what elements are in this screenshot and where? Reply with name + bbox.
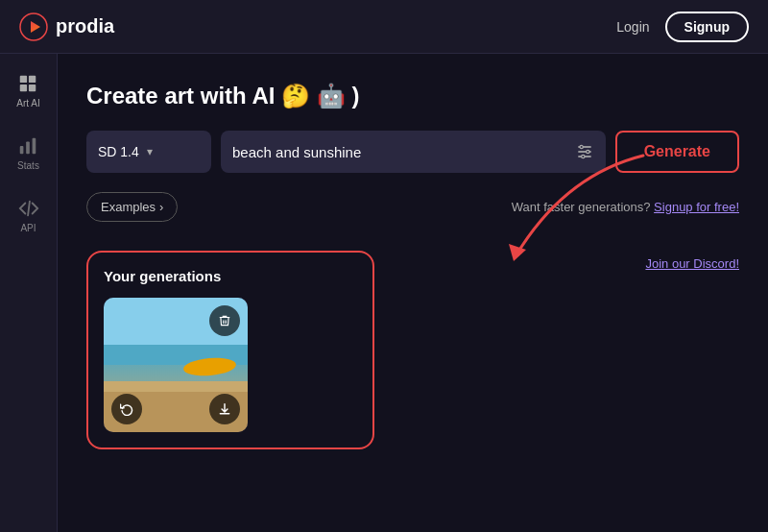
trash-icon — [218, 314, 231, 327]
header: prodia Login Signup — [0, 0, 768, 54]
examples-button[interactable]: Examples › — [86, 192, 178, 222]
model-selector[interactable]: SD 1.4 ▾ — [86, 131, 211, 173]
sidebar-art-ai-label: Art AI — [16, 98, 39, 109]
card-overlay-top — [209, 305, 240, 336]
api-icon — [18, 198, 39, 219]
logo-area: prodia — [19, 12, 114, 41]
login-button[interactable]: Login — [616, 19, 649, 35]
sidebar-item-art-ai[interactable]: Art AI — [16, 73, 39, 109]
main-layout: Art AI Stats API Create art with AI 🤔 🤖 … — [0, 54, 768, 532]
stats-icon — [17, 135, 38, 157]
svg-rect-3 — [29, 76, 36, 83]
chevron-right-icon: › — [159, 200, 163, 214]
download-icon — [218, 402, 231, 416]
page-title: Create art with AI 🤔 🤖 ) — [86, 83, 739, 109]
image-card — [104, 298, 248, 432]
arrow-graphic — [490, 136, 682, 280]
download-button[interactable] — [209, 394, 240, 424]
sidebar-stats-label: Stats — [17, 160, 39, 171]
content-area: Create art with AI 🤔 🤖 ) SD 1.4 ▾ — [58, 54, 768, 532]
generations-box: Your generations — [86, 251, 374, 449]
card-overlay-bottom — [104, 394, 248, 424]
svg-line-9 — [28, 202, 30, 216]
model-select-label: SD 1.4 — [98, 144, 139, 159]
chevron-down-icon: ▾ — [147, 145, 153, 158]
sidebar-item-stats[interactable]: Stats — [17, 135, 39, 171]
generations-title: Your generations — [104, 268, 357, 284]
svg-rect-4 — [20, 85, 27, 91]
art-ai-icon — [17, 73, 38, 94]
svg-rect-2 — [20, 76, 27, 83]
header-actions: Login Signup — [616, 12, 749, 42]
prodia-logo-icon — [19, 12, 48, 41]
regenerate-button[interactable] — [111, 394, 142, 424]
sidebar: Art AI Stats API — [0, 54, 58, 532]
svg-rect-8 — [33, 138, 36, 155]
svg-marker-16 — [509, 244, 526, 261]
svg-rect-7 — [27, 141, 31, 154]
svg-rect-5 — [29, 85, 36, 91]
sidebar-item-api[interactable]: API — [18, 198, 39, 233]
logo-text: prodia — [56, 15, 114, 37]
svg-rect-6 — [20, 146, 24, 154]
sidebar-api-label: API — [20, 223, 36, 233]
signup-button[interactable]: Signup — [665, 12, 749, 42]
refresh-icon — [120, 402, 133, 416]
generations-section: Your generations — [86, 251, 739, 449]
delete-image-button[interactable] — [209, 305, 240, 336]
